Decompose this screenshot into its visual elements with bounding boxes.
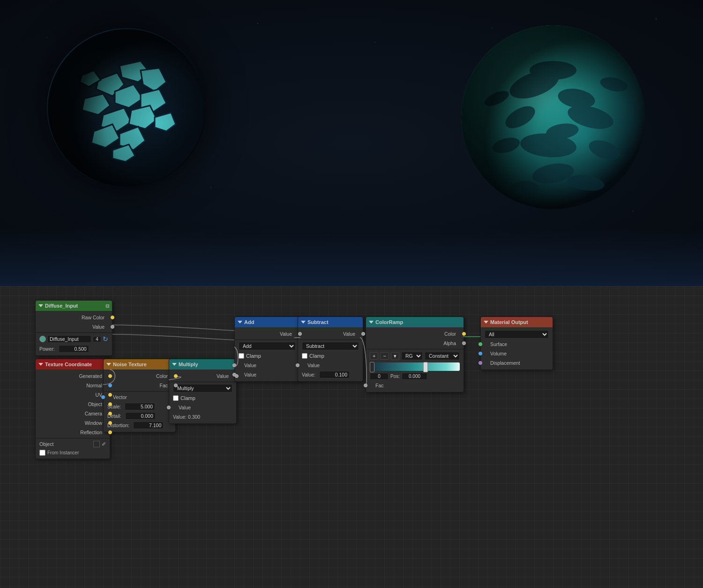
color-out-socket[interactable] [174, 374, 178, 378]
multiply-mode-select[interactable]: Multiply [173, 384, 232, 392]
clamp-check[interactable] [173, 395, 179, 401]
ramp-mode-select[interactable]: RGB [401, 352, 423, 360]
ramp-add-btn[interactable]: + [370, 352, 378, 360]
diffuse-name-input[interactable] [47, 335, 91, 343]
node-add-header: Add [235, 317, 299, 327]
window-socket[interactable] [108, 421, 112, 425]
node-subtract[interactable]: Subtract Value Subtract Clamp Value [298, 317, 363, 382]
distortion-input[interactable] [133, 422, 164, 429]
value-socket[interactable] [111, 325, 114, 329]
ramp-down-btn[interactable]: ▾ [391, 352, 399, 360]
node-title: Texture Coordinate [45, 362, 92, 367]
row-generated: Generated [36, 371, 110, 381]
ramp-handle-right[interactable] [423, 362, 428, 372]
vector-in-socket[interactable] [101, 395, 105, 399]
value-out-label: Value [173, 373, 232, 379]
sub-value-input[interactable] [319, 371, 350, 378]
ramp-interpolation-select[interactable]: Constant [425, 352, 460, 360]
generated-socket[interactable] [108, 374, 112, 378]
ramp-alpha-out-label: Alpha [370, 340, 460, 346]
object-text: Object [39, 441, 91, 447]
add-clamp-row: Clamp [235, 351, 299, 361]
fac-out-socket[interactable] [174, 384, 178, 387]
add-value-in-row2: Value [235, 370, 299, 379]
add-dropdown-row: Add [235, 341, 299, 351]
ramp-fac-socket[interactable] [364, 384, 367, 387]
add-value2-socket[interactable] [232, 373, 236, 377]
value-label: Value [39, 324, 108, 330]
reflection-socket[interactable] [108, 430, 112, 434]
ramp-color-out-socket[interactable] [462, 332, 466, 336]
sub-value-out-socket[interactable] [361, 332, 365, 336]
scale-row: Scale: [104, 402, 175, 411]
add-value-out-socket[interactable] [298, 332, 302, 336]
add-clamp-check[interactable] [239, 353, 244, 359]
detail-input[interactable] [125, 412, 156, 420]
node-collapse-triangle[interactable] [172, 363, 177, 366]
node-subtract-header: Subtract [298, 317, 363, 327]
ramp-alpha-out-socket[interactable] [462, 341, 466, 345]
row-camera: Camera [36, 409, 110, 418]
surface-in-socket[interactable] [479, 342, 482, 346]
scale-input[interactable] [125, 403, 155, 410]
from-instancer-check[interactable] [39, 450, 45, 456]
ramp-pos-black[interactable] [370, 373, 389, 380]
normal-socket[interactable] [108, 384, 112, 387]
object-label: Object [39, 401, 106, 407]
node-collapse-triangle[interactable] [369, 321, 374, 324]
volume-in-socket[interactable] [479, 352, 482, 355]
node-collapse-triangle[interactable] [301, 321, 306, 324]
node-editor[interactable]: Diffuse_Input ⊟ Raw Color Value 🌐 4 ↻ Po… [0, 286, 703, 588]
node-noise-texture[interactable]: Noise Texture Color Fac Vector Scale: De… [103, 359, 176, 432]
power-input[interactable] [59, 345, 89, 353]
detail-row: Detail: [104, 411, 175, 421]
node-ramp-body: Color Alpha + − ▾ RGB Constant [366, 327, 464, 392]
value-in1-socket[interactable] [167, 406, 171, 409]
row-uv: UV [36, 390, 110, 400]
window-label: Window [39, 420, 106, 426]
node-collapse-triangle[interactable] [238, 321, 242, 324]
eyedropper-icon[interactable]: ✐ [102, 441, 106, 447]
power-label: Power: [39, 346, 57, 352]
ramp-handle-left[interactable] [370, 362, 374, 372]
displacement-label: Displacement [485, 360, 549, 366]
from-instancer-label: From Instancer [47, 450, 79, 455]
node-title: Material Output [490, 319, 528, 325]
sub-mode-select[interactable]: Subtract [302, 342, 359, 350]
node-texture-coordinate[interactable]: Texture Coordinate Generated Normal UV O… [35, 359, 110, 459]
add-value2-label: Value [239, 372, 296, 377]
node-multiply[interactable]: Multiply Value Multiply Clamp Value [169, 359, 237, 424]
node-color-ramp[interactable]: ColorRamp Color Alpha + − ▾ RGB Constant [366, 317, 464, 392]
node-add-body: Value Add Clamp Value Value [235, 327, 299, 381]
diffuse-swap-icon[interactable]: ↻ [103, 335, 108, 343]
uv-socket[interactable] [108, 393, 112, 397]
volume-label: Volume [485, 351, 549, 356]
row-add-value-out: Value [235, 329, 299, 339]
camera-socket[interactable] [108, 412, 112, 415]
node-collapse-triangle[interactable] [106, 363, 111, 366]
3d-viewport [0, 0, 703, 286]
node-options-icon[interactable]: ⊟ [105, 303, 109, 309]
object-swatch[interactable] [93, 441, 100, 447]
ramp-remove-btn[interactable]: − [380, 352, 389, 360]
value-in-row1: Value [169, 403, 236, 412]
add-value-in-row1: Value [235, 361, 299, 370]
node-add[interactable]: Add Value Add Clamp Value [234, 317, 300, 382]
add-value1-socket[interactable] [232, 363, 236, 367]
node-material-output[interactable]: Material Output All Surface Volume Displ… [480, 317, 553, 370]
object-socket[interactable] [108, 402, 112, 406]
node-collapse-triangle[interactable] [484, 321, 488, 324]
add-mode-select[interactable]: Add [239, 342, 296, 350]
sub-value1-socket[interactable] [296, 363, 299, 367]
row-sub-value-out: Value [298, 329, 363, 339]
matout-target-select[interactable]: All [485, 330, 549, 339]
ramp-pos-value[interactable] [402, 373, 427, 380]
sub-clamp-check[interactable] [302, 353, 307, 359]
sub-value-field-row: Value: [298, 370, 363, 379]
node-collapse-triangle[interactable] [38, 304, 43, 307]
node-collapse-triangle[interactable] [38, 363, 43, 366]
color-ramp-gradient[interactable] [370, 362, 460, 371]
raw-color-socket[interactable] [111, 316, 114, 319]
displacement-in-socket[interactable] [479, 361, 482, 365]
node-diffuse-input[interactable]: Diffuse_Input ⊟ Raw Color Value 🌐 4 ↻ Po… [35, 300, 112, 356]
